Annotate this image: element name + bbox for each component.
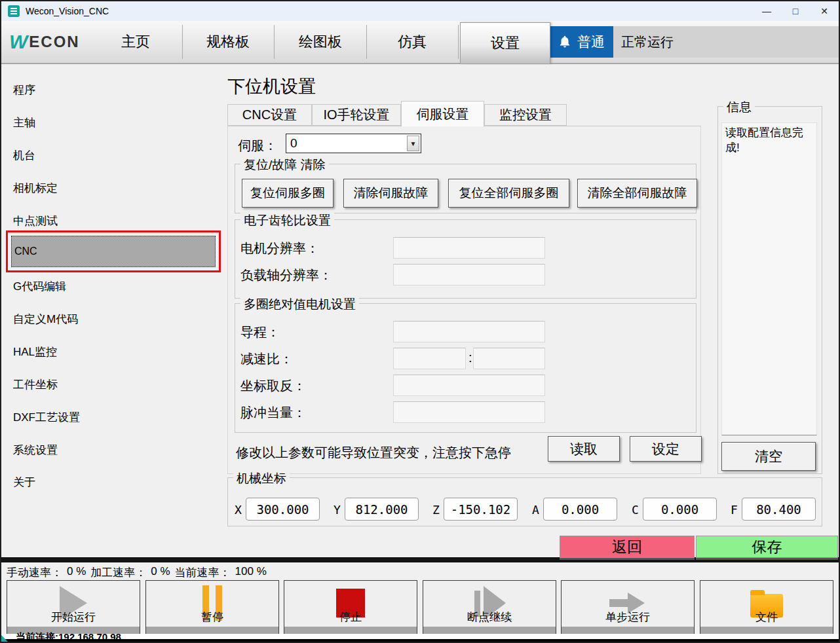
file-label: 文件 bbox=[700, 610, 833, 625]
set-button[interactable]: 设定 bbox=[630, 436, 702, 462]
bell-icon bbox=[558, 35, 572, 49]
sidebar-item-work-coords[interactable]: 工件坐标 bbox=[13, 377, 58, 392]
tab-io-handwheel-settings[interactable]: IO手轮设置 bbox=[312, 104, 401, 126]
logo-w-mark: W bbox=[9, 31, 28, 53]
clear-info-button[interactable]: 清空 bbox=[721, 442, 816, 471]
window-controls: — □ ✕ bbox=[752, 1, 839, 21]
reduction-ratio-input-1[interactable] bbox=[393, 348, 466, 369]
sidebar-item-dxf-process[interactable]: DXF工艺设置 bbox=[13, 410, 80, 425]
reset-fault-group-title: 复位/故障 清除 bbox=[240, 156, 329, 174]
run-status-strip: 正常运行 bbox=[613, 26, 839, 58]
gear-ratio-group: 电子齿轮比设置 电机分辨率： 负载轴分辨率： bbox=[235, 219, 697, 299]
servo-select[interactable]: 0 ▼ bbox=[286, 134, 421, 153]
sidebar-item-machine[interactable]: 机台 bbox=[13, 148, 35, 163]
manual-rate-label: 手动速率： bbox=[7, 565, 62, 580]
nav-item-home[interactable]: 主页 bbox=[100, 21, 172, 63]
current-rate-value: 100 % bbox=[235, 565, 267, 580]
axis-z-label: Z bbox=[432, 503, 440, 517]
resume-breakpoint-label: 断点继续 bbox=[423, 610, 556, 625]
tab-cnc-settings[interactable]: CNC设置 bbox=[227, 104, 312, 126]
sidebar-item-custom-mcode[interactable]: 自定义M代码 bbox=[13, 312, 78, 327]
load-axis-resolution-label: 负载轴分辨率： bbox=[240, 266, 332, 284]
single-step-button[interactable]: 单步运行 bbox=[561, 580, 695, 635]
clear-all-servo-fault-button[interactable]: 清除全部伺服故障 bbox=[577, 179, 697, 208]
resume-breakpoint-button[interactable]: 断点继续 bbox=[423, 580, 556, 635]
pulse-equivalent-input[interactable] bbox=[393, 401, 545, 423]
page-title: 下位机设置 bbox=[227, 75, 316, 98]
connection-status: 当前连接:192.168.70.98 bbox=[16, 631, 121, 643]
ratio-separator: : bbox=[468, 350, 472, 365]
info-panel: 信息 读取配置信息完成! 清空 bbox=[717, 106, 822, 474]
sidebar-item-camera-calib[interactable]: 相机标定 bbox=[13, 181, 58, 196]
start-run-label: 开始运行 bbox=[7, 610, 140, 625]
nav-item-simulation[interactable]: 仿真 bbox=[376, 21, 448, 63]
sidebar-item-gcode-edit[interactable]: G代码编辑 bbox=[13, 279, 66, 294]
axis-x-label: X bbox=[235, 503, 242, 517]
alarm-label: 普通 bbox=[577, 33, 605, 51]
axis-y-value: 812.000 bbox=[345, 498, 419, 521]
sidebar-item-midpoint-test[interactable]: 中点测试 bbox=[13, 213, 58, 229]
pulse-equivalent-label: 脉冲当量： bbox=[240, 404, 306, 422]
manual-rate-value: 0 % bbox=[67, 565, 86, 580]
logo-text: ECON bbox=[29, 33, 79, 51]
clear-servo-fault-button[interactable]: 清除伺服故障 bbox=[343, 179, 438, 208]
reduction-ratio-label: 减速比： bbox=[240, 350, 293, 368]
titlebar: Wecon_Vision_CNC — □ ✕ bbox=[1, 1, 839, 22]
chevron-down-icon[interactable]: ▼ bbox=[407, 136, 419, 151]
separator-band bbox=[1, 557, 839, 562]
info-message-box: 读取配置信息完成! bbox=[721, 122, 817, 435]
tab-monitor-settings[interactable]: 监控设置 bbox=[484, 104, 567, 126]
axis-y-label: Y bbox=[334, 503, 341, 517]
sidebar-item-cnc[interactable]: CNC bbox=[11, 236, 216, 267]
coord-invert-label: 坐标取反： bbox=[240, 377, 306, 395]
back-button[interactable]: 返回 bbox=[560, 536, 695, 558]
close-button[interactable]: ✕ bbox=[810, 1, 839, 21]
stop-button[interactable]: 停止 bbox=[284, 580, 417, 635]
minimize-button[interactable]: — bbox=[752, 1, 781, 21]
nav-item-settings[interactable]: 设置 bbox=[460, 22, 550, 64]
warning-text: 修改以上参数可能导致位置突变，注意按下急停 bbox=[236, 444, 511, 462]
axis-a-label: A bbox=[532, 503, 539, 517]
servo-settings-panel: 伺服： 0 ▼ 复位/故障 清除 复位伺服多圈 清除伺服故障 复位全部伺服多圈 … bbox=[227, 126, 701, 474]
window-bottom-edge bbox=[1, 639, 839, 642]
nav-separator bbox=[458, 25, 459, 59]
window-title: Wecon_Vision_CNC bbox=[26, 6, 109, 16]
abs-motor-group-title: 多圈绝对值电机设置 bbox=[240, 296, 359, 313]
motor-resolution-label: 电机分辨率： bbox=[240, 240, 319, 257]
axis-f-value: 80.400 bbox=[742, 498, 816, 521]
reduction-ratio-input-2[interactable] bbox=[473, 348, 545, 369]
load-axis-resolution-input[interactable] bbox=[393, 264, 545, 285]
sidebar-item-system-settings[interactable]: 系统设置 bbox=[13, 443, 58, 458]
start-run-button[interactable]: 开始运行 bbox=[7, 580, 140, 635]
sidebar-item-spindle[interactable]: 主轴 bbox=[13, 115, 35, 130]
nav-separator bbox=[366, 25, 367, 59]
axis-x-value: 300.000 bbox=[246, 498, 320, 521]
maximize-button[interactable]: □ bbox=[781, 1, 810, 21]
nav-item-draw-board[interactable]: 绘图板 bbox=[284, 21, 356, 63]
file-button[interactable]: 文件 bbox=[700, 580, 833, 635]
coord-invert-input[interactable] bbox=[393, 375, 545, 396]
motor-resolution-input[interactable] bbox=[393, 237, 545, 259]
app-window: Wecon_Vision_CNC — □ ✕ W ECON 主页 规格板 绘图板… bbox=[0, 0, 840, 643]
tab-servo-settings[interactable]: 伺服设置 bbox=[401, 101, 484, 126]
sidebar-item-program[interactable]: 程序 bbox=[13, 83, 35, 98]
machine-coords-group: 机械坐标 X 300.000 Y 812.000 Z -150.102 A 0.… bbox=[227, 477, 822, 526]
machine-coords-title: 机械坐标 bbox=[233, 470, 290, 487]
reset-all-servo-multiturn-button[interactable]: 复位全部伺服多圈 bbox=[448, 179, 569, 208]
sidebar-item-about[interactable]: 关于 bbox=[13, 475, 35, 490]
save-button[interactable]: 保存 bbox=[696, 536, 838, 558]
pause-button[interactable]: 暂停 bbox=[145, 580, 279, 635]
reset-servo-multiturn-button[interactable]: 复位伺服多圈 bbox=[242, 179, 334, 208]
stop-label: 停止 bbox=[284, 610, 417, 625]
read-button[interactable]: 读取 bbox=[548, 436, 620, 462]
corner-mark bbox=[1, 635, 10, 643]
app-icon bbox=[8, 5, 20, 17]
sidebar-item-hal-monitor[interactable]: HAL监控 bbox=[13, 344, 57, 359]
axis-a-value: 0.000 bbox=[543, 498, 617, 521]
nav-item-spec-board[interactable]: 规格板 bbox=[192, 21, 264, 63]
current-rate-label: 当前速率： bbox=[175, 565, 231, 580]
pause-label: 暂停 bbox=[146, 610, 278, 625]
process-rate-label: 加工速率： bbox=[90, 565, 146, 580]
alarm-badge[interactable]: 普通 bbox=[549, 26, 613, 58]
lead-input[interactable] bbox=[393, 321, 545, 342]
